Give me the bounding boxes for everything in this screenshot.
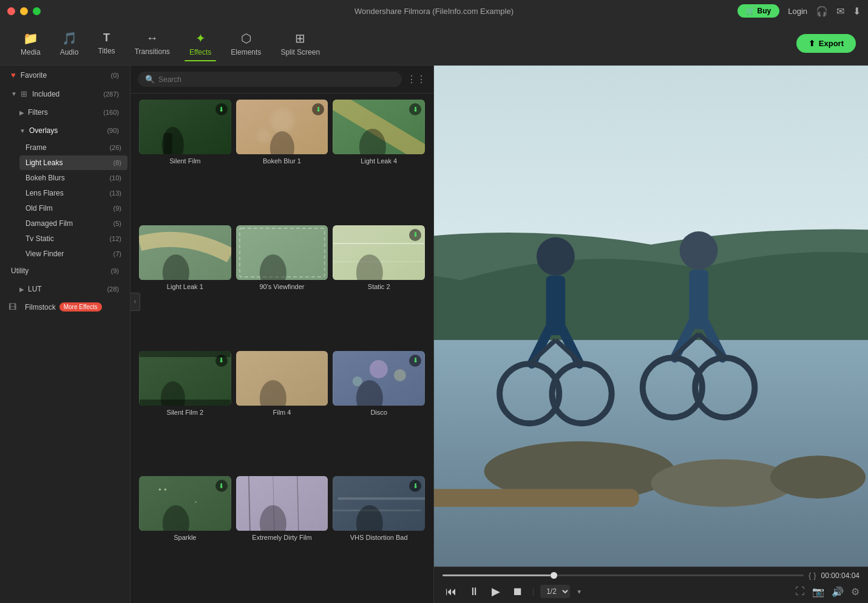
close-button[interactable] [7,7,15,15]
sidebar-item-lut[interactable]: ▶ LUT (28) [2,281,127,298]
effects-panel: 🔍 ⋮⋮ ⬇ S [131,66,434,603]
toolbar-elements[interactable]: ⬡ Elements [222,26,270,61]
minimize-button[interactable] [20,7,28,15]
effects-grid: ⬇ Silent Film ⬇ [131,94,433,603]
effect-card-vhs-distortion-bad[interactable]: ⬇ VHS Distortion Bad [333,476,425,597]
sidebar-favorite-label: Favorite [21,71,109,80]
effect-label-4: Light Leak 1 [167,283,203,290]
effect-card-light-leak-1[interactable]: Light Leak 1 [139,225,231,346]
mail-icon[interactable]: ✉ [836,5,844,17]
svg-rect-21 [140,400,231,406]
effect-card-bokeh-blur[interactable]: ⬇ Bokeh Blur 1 [236,100,328,220]
bracket-open-icon: { [809,571,811,580]
sidebar-item-light-leaks[interactable]: Light Leaks (8) [19,155,127,170]
effect-card-film-4[interactable]: Film 4 [236,351,328,472]
damaged-film-count: (5) [114,220,121,227]
step-back-button[interactable]: ⏮ [442,584,459,599]
frame-label: Frame [25,143,107,152]
sidebar-item-filters[interactable]: ▶ Filters (160) [2,104,127,121]
svg-rect-48 [434,489,639,506]
sidebar-item-frame[interactable]: Frame (26) [19,140,127,155]
chevron-right-icon-lut: ▶ [19,286,24,293]
sidebar-item-lens-flares[interactable]: Lens Flares (13) [19,186,127,200]
toolbar-transitions[interactable]: ↔ Transitions [126,26,178,61]
sidebar-item-favorite[interactable]: ♥ Favorite (0) [2,66,127,84]
split-screen-label: Split Screen [280,48,320,56]
elements-icon: ⬡ [241,31,251,46]
utility-label: Utility [11,267,109,275]
play-button[interactable]: ▶ [489,584,503,599]
scrubber-thumb[interactable] [551,572,557,579]
effect-card-static-2[interactable]: ⬇ Static 2 [333,225,425,346]
effect-label-3: Light Leak 4 [361,157,397,165]
settings-icon[interactable]: ⚙ [851,586,860,598]
maximize-button[interactable] [33,7,41,15]
toolbar-audio[interactable]: 🎵 Audio [52,26,87,61]
thumb-inner-5 [236,225,328,280]
media-icon: 📁 [23,31,38,46]
download-badge-1: ⬇ [215,103,228,115]
play-back-button[interactable]: ⏸ [466,584,483,599]
preview-video-svg [434,66,868,567]
stop-button[interactable]: ⏹ [509,584,526,599]
overlays-subcategories: Frame (26) Light Leaks (8) Bokeh Blurs (… [0,140,130,262]
old-film-count: (9) [114,205,121,212]
view-finder-label: View Finder [25,250,111,258]
sidebar-item-filmstock[interactable]: 🎞 Filmstock More Effects [0,298,130,316]
login-button[interactable]: Login [788,7,807,16]
lut-count: (28) [107,285,119,293]
effect-card-sparkle[interactable]: ✦ ✦ ✦ ⬇ Sparkle [139,476,231,597]
chevron-down-icon: ▼ [11,90,17,97]
preview-right-icons: ⛶ 📷 🔊 ⚙ [795,586,860,598]
sidebar-item-view-finder[interactable]: View Finder (7) [19,247,127,261]
download-icon[interactable]: ⬇ [853,5,861,17]
svg-point-57 [680,231,718,270]
light-leaks-count: (8) [114,159,121,166]
toolbar-media[interactable]: 📁 Media [12,26,49,61]
effect-thumb-11 [236,476,328,531]
grid-icon: ⊞ [21,89,27,98]
effect-card-silent-film[interactable]: ⬇ Silent Film [139,100,231,220]
scrubber-track[interactable] [442,574,804,576]
chevron-down-ratio-icon: ▼ [576,588,582,595]
buy-button[interactable]: 🛒 Buy [737,4,780,18]
effect-label-11: Extremely Dirty Film [252,534,311,541]
effect-label-2: Bokeh Blur 1 [263,157,301,165]
sidebar-item-utility[interactable]: Utility (9) [2,262,127,279]
effect-card-silent-film-2[interactable]: ⬇ Silent Film 2 [139,351,231,472]
sidebar-item-overlays[interactable]: ▼ Overlays (90) [2,122,127,139]
effect-card-disco[interactable]: ⬇ Disco [333,351,425,472]
sidebar-item-tv-static[interactable]: Tv Static (12) [19,231,127,246]
effect-thumb-10: ✦ ✦ ✦ ⬇ [139,476,231,531]
effect-thumb-1: ⬇ [139,100,231,154]
grid-options-icon[interactable]: ⋮⋮ [407,73,426,85]
volume-icon[interactable]: 🔊 [832,586,844,598]
buy-label: Buy [758,7,771,15]
full-screen-icon[interactable]: ⛶ [795,586,805,598]
collapse-panel-arrow[interactable]: ‹ [131,293,140,311]
toolbar-titles[interactable]: T Titles [89,27,123,60]
headphone-icon[interactable]: 🎧 [816,5,828,17]
snapshot-icon[interactable]: 📷 [812,586,824,598]
svg-point-49 [537,237,575,276]
toolbar-effects[interactable]: ✦ Effects [181,26,220,61]
svg-point-5 [256,129,271,143]
sidebar-item-old-film[interactable]: Old Film (9) [19,201,127,216]
export-button[interactable]: ⬆ Export [796,34,856,53]
download-badge-7: ⬇ [215,355,228,367]
transitions-icon: ↔ [146,31,158,45]
search-input[interactable] [158,75,395,84]
search-icon: 🔍 [145,75,155,84]
effect-card-extremely-dirty-film[interactable]: Extremely Dirty Film [236,476,328,597]
sidebar-item-included[interactable]: ▼ ⊞ Included (287) [2,85,127,103]
scrubber-brackets: { } [809,571,816,580]
sidebar-filters-label: Filters [28,108,101,117]
more-effects-badge[interactable]: More Effects [59,302,102,312]
ratio-select[interactable]: 1/2 1/1 1/4 [540,585,570,598]
effect-thumb-8 [236,351,328,406]
effect-card-light-leak-4[interactable]: ⬇ Light Leak 4 [333,100,425,220]
toolbar-split-screen[interactable]: ⊞ Split Screen [272,26,328,61]
sidebar-item-damaged-film[interactable]: Damaged Film (5) [19,216,127,231]
sidebar-item-bokeh-blurs[interactable]: Bokeh Blurs (10) [19,171,127,185]
effect-card-90s-viewfinder[interactable]: 90's Viewfinder [236,225,328,346]
